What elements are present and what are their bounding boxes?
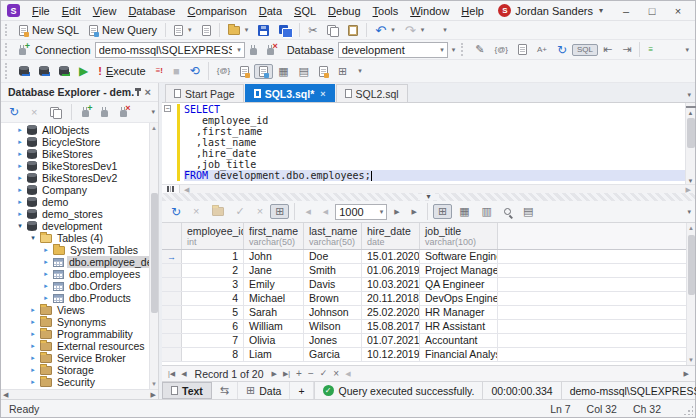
history-button[interactable]: ⟲ — [185, 63, 205, 79]
cell[interactable]: Project Manager — [420, 264, 498, 277]
surround-button[interactable]: {@} — [489, 44, 512, 56]
expander-icon[interactable]: ▸ — [29, 354, 37, 362]
connect-button[interactable] — [96, 105, 113, 119]
delete-record-button[interactable]: − — [308, 369, 314, 379]
layout-button[interactable]: ▦ — [273, 64, 293, 79]
expander-icon[interactable]: ▸ — [16, 162, 24, 170]
redo-button[interactable]: ↷▾ — [400, 22, 429, 39]
menu-item-window[interactable]: Window — [404, 3, 455, 19]
page-size-select[interactable]: 1000 ▾ — [335, 204, 387, 220]
execute-button[interactable]: ! Execute — [93, 63, 150, 79]
visualize-button[interactable]: ▤ — [294, 64, 314, 79]
table-row[interactable]: 5SarahJohnson25.02.2020HR Manager — [162, 306, 686, 320]
cell[interactable]: 25.02.2020 — [362, 306, 420, 319]
expander-icon[interactable]: ▸ — [42, 270, 50, 278]
column-header-last-name[interactable]: last_namevarchar(50) — [304, 223, 362, 249]
chevron-down-icon[interactable]: ▾ — [188, 26, 192, 34]
menu-item-comparison[interactable]: Comparison — [181, 3, 252, 19]
cell[interactable]: 6 — [182, 320, 244, 333]
editor-vscrollbar[interactable]: ▲ ▼ — [685, 103, 695, 184]
tree-item-security[interactable]: ▸Security — [1, 376, 149, 388]
expander-icon[interactable]: ▸ — [29, 366, 37, 374]
expander-icon[interactable]: ▸ — [42, 282, 50, 290]
expander-icon[interactable]: ▸ — [16, 126, 24, 134]
pagination-toggle-button[interactable]: ⊞ — [270, 204, 289, 219]
sql-editor[interactable]: − SELECT employee_id ,first_name ,last_n… — [162, 102, 695, 184]
scroll-thumb[interactable] — [688, 235, 695, 295]
row-header[interactable] — [162, 348, 182, 361]
results-splitter[interactable]: ▾ — [162, 193, 695, 201]
cell[interactable]: HR Manager — [420, 306, 498, 319]
code-line[interactable]: ,job_title — [184, 159, 685, 170]
cell[interactable]: DevOps Engineer — [420, 292, 498, 305]
query-plan-button[interactable]: {@} — [212, 65, 235, 77]
cell[interactable]: 01.07.2021 — [362, 334, 420, 347]
swap-views-button[interactable]: ⇆ — [212, 382, 238, 399]
toolbar-overflow-button[interactable]: ▾ — [358, 67, 362, 75]
debug-button[interactable]: ▶ — [74, 63, 93, 79]
format-sql-button[interactable]: SQL — [572, 44, 598, 56]
cell[interactable]: Emily — [244, 278, 304, 291]
expander-icon[interactable]: ▸ — [29, 306, 37, 314]
cell[interactable]: Michael — [244, 292, 304, 305]
table-row[interactable]: 2JaneSmith01.06.2019Project Manager — [162, 264, 686, 278]
cell[interactable]: Financial Analyst — [420, 348, 498, 361]
cell[interactable]: 1 — [182, 250, 244, 263]
table-row[interactable]: 7OliviaJones01.07.2021Accountant — [162, 334, 686, 348]
pop-out-button[interactable]: ⊞ — [333, 64, 352, 79]
new-sql-button[interactable]: New SQL — [14, 22, 84, 38]
tree-item-storage[interactable]: ▸Storage — [1, 364, 149, 376]
cell[interactable]: 7 — [182, 334, 244, 347]
toolbar-grip[interactable] — [5, 24, 10, 36]
connect-button[interactable] — [245, 43, 262, 57]
tree-item-development[interactable]: ▾development — [1, 220, 149, 232]
expander-icon[interactable]: ▸ — [16, 186, 24, 194]
refresh-database-button[interactable] — [34, 64, 54, 78]
increase-indent-button[interactable]: ⇥ — [617, 42, 636, 57]
chevron-down-icon[interactable]: ▾ — [245, 26, 249, 34]
maximize-button[interactable]: □ — [639, 2, 665, 20]
refresh-schema-button[interactable]: ↻ — [552, 42, 572, 58]
cell[interactable]: 2 — [182, 264, 244, 277]
cancel-changes-button[interactable]: × — [252, 204, 268, 219]
cell[interactable]: Garcia — [304, 348, 362, 361]
cell[interactable]: Doe — [304, 250, 362, 263]
cell[interactable]: 5 — [182, 306, 244, 319]
cell[interactable]: 8 — [182, 348, 244, 361]
next-page-button[interactable]: ▶ — [389, 206, 404, 217]
expander-icon[interactable]: ▸ — [29, 318, 37, 326]
results-to-file-button[interactable] — [235, 64, 254, 79]
tree-item-bikestores[interactable]: ▸BikeStores — [1, 148, 149, 160]
tree-item-views[interactable]: ▸Views — [1, 304, 149, 316]
cell[interactable]: QA Engineer — [420, 278, 498, 291]
scroll-right-icon[interactable]: ▶ — [682, 186, 695, 193]
cell[interactable]: 20.11.2018 — [362, 292, 420, 305]
code-line[interactable]: SELECT — [184, 104, 685, 115]
cell[interactable]: Olivia — [244, 334, 304, 347]
menu-item-data[interactable]: Data — [253, 3, 288, 19]
tree-item-company[interactable]: ▸Company — [1, 184, 149, 196]
cell[interactable]: Jones — [304, 334, 362, 347]
scroll-up-icon[interactable]: ▲ — [151, 123, 157, 133]
toolbar-grip[interactable] — [461, 43, 466, 56]
close-button[interactable]: × — [665, 2, 691, 20]
scroll-right-icon[interactable]: ▶ — [151, 391, 156, 398]
table-row[interactable]: 4MichaelBrown20.11.2018DevOps Engineer — [162, 292, 686, 306]
tree-item-external-resources[interactable]: ▸External resources — [1, 340, 149, 352]
tab-sql3-sql[interactable]: SQL3.sql*× — [245, 84, 335, 102]
scroll-up-icon[interactable]: ▲ — [688, 110, 694, 116]
tree-item-programmability[interactable]: ▸Programmability — [1, 328, 149, 340]
cell[interactable]: Jane — [244, 264, 304, 277]
cell[interactable]: Software Engineer — [420, 250, 498, 263]
code-line[interactable]: employee_id — [184, 115, 685, 126]
pin-icon[interactable] — [137, 88, 139, 96]
toolbar-overflow-button[interactable]: ▾ — [443, 26, 447, 34]
last-record-button[interactable]: ▶| — [283, 370, 290, 377]
snippet-button[interactable]: ≡ — [643, 44, 658, 56]
split-editor-handle[interactable] — [686, 103, 696, 108]
expander-icon[interactable]: ▸ — [29, 378, 37, 386]
scroll-left-icon[interactable]: ◀ — [3, 391, 8, 398]
prev-record-button[interactable]: ◀ — [181, 370, 186, 377]
scroll-down-icon[interactable]: ▼ — [151, 379, 157, 389]
save-all-button[interactable] — [274, 23, 296, 38]
